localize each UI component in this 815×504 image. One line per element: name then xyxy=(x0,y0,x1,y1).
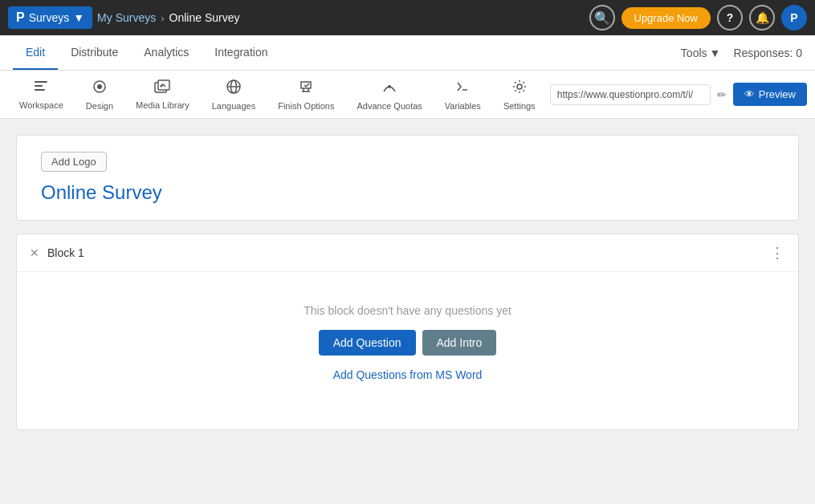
p-logo: P xyxy=(16,10,25,25)
toolbar-finish-options[interactable]: Finish Options xyxy=(267,74,345,116)
svg-rect-0 xyxy=(35,81,47,83)
tools-dropdown-icon: ▼ xyxy=(710,47,721,59)
block-header-left: ✕ Block 1 xyxy=(30,246,84,259)
tab-integration[interactable]: Integration xyxy=(202,36,280,70)
survey-title: Online Survey xyxy=(41,181,774,204)
block-title: Block 1 xyxy=(47,246,84,259)
block-menu-button[interactable]: ⋮ xyxy=(770,244,785,262)
top-bar-left: P Surveys ▼ My Surveys › Online Survey xyxy=(8,6,240,29)
collapse-block-icon[interactable]: ✕ xyxy=(30,246,39,259)
toolbar-workspace[interactable]: Workspace xyxy=(8,75,75,115)
preview-eye-icon: 👁 xyxy=(744,88,755,100)
add-intro-button[interactable]: Add Intro xyxy=(422,330,497,356)
my-surveys-link[interactable]: My Surveys xyxy=(97,11,156,24)
tab-edit[interactable]: Edit xyxy=(13,36,58,70)
languages-icon xyxy=(226,79,242,99)
variables-label: Variables xyxy=(445,101,481,111)
block-body: This block doesn't have any questions ye… xyxy=(17,272,798,429)
svg-point-16 xyxy=(517,84,522,89)
settings-icon xyxy=(511,79,528,99)
responses-count: Responses: 0 xyxy=(733,47,802,59)
finish-options-icon xyxy=(298,79,314,99)
settings-label: Settings xyxy=(503,101,536,111)
add-logo-button[interactable]: Add Logo xyxy=(41,152,107,172)
add-questions-from-word-link[interactable]: Add Questions from MS Word xyxy=(333,368,483,381)
edit-url-button[interactable]: ✏ xyxy=(717,88,727,101)
advance-quotas-icon xyxy=(381,79,397,99)
block-header: ✕ Block 1 ⋮ xyxy=(17,234,798,272)
media-library-icon xyxy=(154,79,170,98)
help-button[interactable]: ? xyxy=(717,5,743,30)
surveys-dropdown-button[interactable]: P Surveys ▼ xyxy=(8,6,92,29)
languages-label: Languages xyxy=(212,101,255,111)
user-avatar-button[interactable]: P xyxy=(781,5,807,30)
toolbar-advance-quotas[interactable]: Advance Quotas xyxy=(345,74,433,116)
upgrade-now-button[interactable]: Upgrade Now xyxy=(621,7,711,29)
advance-quotas-label: Advance Quotas xyxy=(357,101,422,111)
empty-block-message: This block doesn't have any questions ye… xyxy=(304,304,511,317)
svg-rect-2 xyxy=(35,89,45,91)
survey-header-card: Add Logo Online Survey xyxy=(16,135,799,221)
svg-rect-1 xyxy=(35,85,43,87)
workspace-icon xyxy=(33,79,49,98)
add-question-button[interactable]: Add Question xyxy=(319,330,416,356)
preview-button[interactable]: 👁 Preview xyxy=(733,83,807,106)
toolbar-right: ✏ 👁 Preview xyxy=(550,83,807,106)
main-content: Add Logo Online Survey ✕ Block 1 ⋮ This … xyxy=(0,119,815,504)
toolbar-variables[interactable]: Variables xyxy=(434,74,492,116)
media-library-label: Media Library xyxy=(136,100,189,110)
toolbar-settings[interactable]: Settings xyxy=(492,74,547,116)
variables-icon xyxy=(454,79,471,99)
toolbar-languages[interactable]: Languages xyxy=(201,74,267,116)
preview-label: Preview xyxy=(759,88,796,100)
tools-button[interactable]: Tools ▼ xyxy=(681,47,721,59)
tools-label: Tools xyxy=(681,47,707,59)
svg-point-14 xyxy=(388,85,391,88)
nav-tabs: Edit Distribute Analytics Integration xyxy=(13,36,280,70)
surveys-label: Surveys xyxy=(29,11,70,24)
toolbar-items: Workspace Design Media Library xyxy=(8,74,547,116)
second-nav-bar: Edit Distribute Analytics Integration To… xyxy=(0,35,815,71)
svg-point-7 xyxy=(161,84,163,87)
second-bar-actions: Tools ▼ Responses: 0 xyxy=(681,47,802,59)
search-button[interactable]: 🔍 xyxy=(589,5,615,30)
top-bar: P Surveys ▼ My Surveys › Online Survey 🔍… xyxy=(0,0,815,35)
dropdown-arrow: ▼ xyxy=(73,11,84,24)
block-actions: Add Question Add Intro xyxy=(319,330,497,356)
finish-options-label: Finish Options xyxy=(278,101,334,111)
breadcrumb-separator: › xyxy=(161,12,164,24)
toolbar: Workspace Design Media Library xyxy=(0,71,815,119)
tab-analytics[interactable]: Analytics xyxy=(131,36,202,70)
current-survey-title: Online Survey xyxy=(169,11,240,24)
toolbar-design[interactable]: Design xyxy=(75,74,124,116)
toolbar-media-library[interactable]: Media Library xyxy=(124,75,201,115)
svg-point-4 xyxy=(97,84,102,89)
tab-distribute[interactable]: Distribute xyxy=(58,36,131,70)
top-bar-right: 🔍 Upgrade Now ? 🔔 P xyxy=(589,5,808,30)
block-card: ✕ Block 1 ⋮ This block doesn't have any … xyxy=(16,234,799,430)
workspace-label: Workspace xyxy=(19,100,63,110)
design-icon xyxy=(92,79,108,99)
survey-url-input[interactable] xyxy=(550,84,711,105)
design-label: Design xyxy=(86,101,113,111)
notifications-button[interactable]: 🔔 xyxy=(749,5,775,30)
